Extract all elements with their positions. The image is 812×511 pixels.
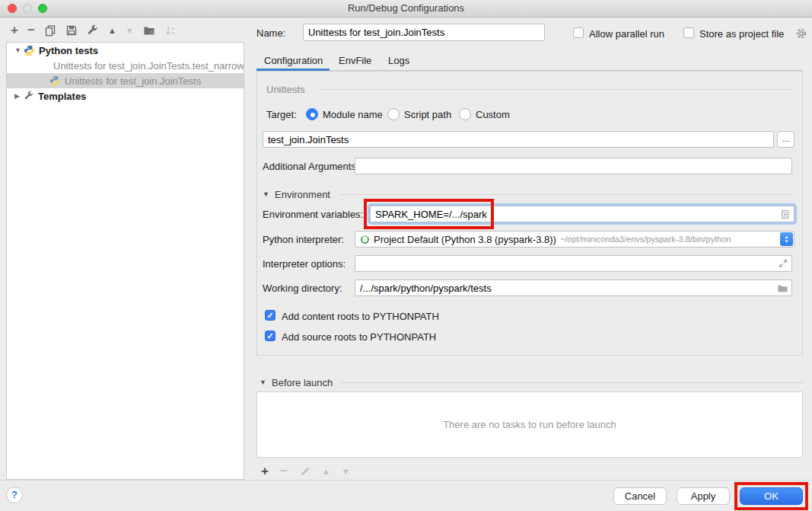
tree-item-unittests-jointests[interactable]: Unittests for test_join.JoinTests: [7, 73, 244, 88]
move-task-down-icon: [342, 465, 350, 477]
run-debug-configurations-dialog: Run/Debug Configurations + − Python test…: [0, 0, 812, 511]
name-label: Name:: [256, 27, 285, 39]
module-name-input[interactable]: [263, 131, 774, 148]
add-source-roots-label[interactable]: Add source roots to PYTHONPATH: [282, 331, 436, 343]
radio-module-name-label[interactable]: Module name: [323, 109, 383, 120]
move-task-up-icon: [322, 465, 330, 477]
working-directory-label: Working directory:: [263, 283, 342, 294]
radio-module-name[interactable]: [306, 108, 318, 120]
allow-parallel-run-checkbox[interactable]: [573, 27, 584, 38]
target-label: Target:: [266, 109, 297, 120]
radio-script-path-label[interactable]: Script path: [404, 109, 451, 120]
tree-group-templates[interactable]: Templates: [7, 88, 244, 104]
templates-wrench-icon: [24, 91, 34, 101]
configurations-toolbar: + −: [11, 24, 177, 37]
environment-collapse-icon[interactable]: [263, 190, 269, 198]
move-down-icon: [126, 24, 134, 37]
configurations-tree: Python tests Unittests for test_join.Joi…: [6, 42, 244, 480]
python-interpreter-path: ~/opt/miniconda3/envs/pyspark-3.8/bin/py…: [560, 235, 731, 244]
expand-arrow-icon[interactable]: [14, 92, 24, 100]
move-up-icon[interactable]: [108, 24, 116, 37]
remove-task-icon: −: [280, 465, 288, 477]
python-interpreter-select[interactable]: Project Default (Python 3.8 (pyspark-3.8…: [355, 231, 794, 248]
interpreter-options-input[interactable]: [355, 255, 792, 272]
before-launch-toolbar: + −: [261, 465, 350, 478]
window-title: Run/Debug Configurations: [0, 0, 812, 17]
tree-item-label: Unittests for test_join.JoinTests.test_n…: [53, 60, 244, 72]
radio-script-path[interactable]: [387, 108, 400, 120]
unittests-section-title: Unittests: [266, 84, 305, 95]
working-directory-input[interactable]: [355, 279, 792, 296]
edit-env-vars-icon[interactable]: [779, 209, 791, 220]
add-content-roots-label[interactable]: Add content roots to PYTHONPATH: [282, 311, 439, 322]
combo-spinner-icon[interactable]: [780, 232, 793, 246]
no-tasks-message: There are no tasks to run before launch: [443, 419, 616, 430]
footer-divider: [0, 480, 812, 481]
add-content-roots-checkbox[interactable]: [265, 310, 275, 321]
collapse-arrow-icon[interactable]: [14, 46, 24, 54]
section-divider: [341, 382, 803, 383]
python-interpreter-label: Python interpreter:: [263, 234, 344, 245]
before-launch-tasks-list: There are no tasks to run before launch: [256, 391, 803, 458]
copy-configuration-icon[interactable]: [44, 24, 56, 37]
add-configuration-icon[interactable]: +: [11, 24, 18, 37]
new-folder-icon[interactable]: [143, 24, 155, 37]
python-tests-icon: [24, 45, 35, 56]
ok-button[interactable]: OK: [740, 487, 803, 505]
remove-configuration-icon[interactable]: −: [27, 24, 35, 37]
python-test-icon: [49, 75, 61, 87]
tree-item-label: Python tests: [39, 45, 98, 56]
radio-custom-label[interactable]: Custom: [476, 109, 510, 120]
zoom-window-button[interactable]: [38, 4, 47, 13]
edit-templates-icon[interactable]: [87, 24, 99, 37]
store-as-project-file-label[interactable]: Store as project file: [699, 28, 784, 40]
additional-arguments-input[interactable]: [355, 158, 792, 174]
tree-group-python-tests[interactable]: Python tests: [7, 43, 244, 58]
save-configuration-icon[interactable]: [65, 24, 78, 37]
store-options-gear-icon[interactable]: [795, 27, 807, 40]
before-launch-collapse-icon[interactable]: [260, 378, 266, 386]
add-task-icon[interactable]: +: [261, 465, 269, 477]
browse-folder-icon[interactable]: [777, 283, 788, 294]
title-bar: Run/Debug Configurations: [0, 0, 812, 18]
additional-arguments-label: Additional Arguments:: [263, 161, 358, 172]
tree-item-unittests-test-narrow[interactable]: Unittests for test_join.JoinTests.test_n…: [7, 58, 244, 73]
tab-envfile[interactable]: EnvFile: [339, 55, 371, 66]
browse-module-button[interactable]: ...: [777, 131, 794, 148]
tree-item-label: Templates: [38, 91, 86, 102]
tab-logs[interactable]: Logs: [388, 55, 409, 66]
environment-variables-label: Environment variables:: [263, 209, 363, 220]
close-window-button[interactable]: [8, 4, 17, 13]
allow-parallel-run-label[interactable]: Allow parallel run: [589, 28, 664, 40]
name-input[interactable]: [303, 24, 545, 41]
section-divider: [340, 194, 792, 195]
conda-environment-icon: [361, 235, 369, 244]
interpreter-options-label: Interpreter options:: [263, 258, 345, 270]
add-source-roots-checkbox[interactable]: [265, 331, 275, 341]
minimize-window-button: [23, 4, 32, 13]
environment-section-title[interactable]: Environment: [275, 189, 330, 200]
cancel-button[interactable]: Cancel: [613, 487, 667, 505]
tree-item-label: Unittests for test_join.JoinTests: [65, 75, 201, 87]
expand-field-icon[interactable]: [778, 258, 788, 269]
store-as-project-file-checkbox[interactable]: [683, 27, 694, 38]
sort-configurations-icon: [164, 24, 177, 37]
radio-custom[interactable]: [459, 108, 471, 120]
help-button[interactable]: ?: [6, 487, 23, 503]
python-interpreter-value: Project Default (Python 3.8 (pyspark-3.8…: [374, 234, 556, 245]
environment-variables-input[interactable]: [370, 206, 794, 222]
edit-task-icon: [299, 466, 310, 477]
section-divider: [320, 89, 792, 90]
help-question-icon: ?: [11, 489, 18, 500]
tab-configuration[interactable]: Configuration: [264, 55, 323, 66]
apply-button[interactable]: Apply: [677, 487, 730, 505]
before-launch-title[interactable]: Before launch: [272, 377, 333, 388]
